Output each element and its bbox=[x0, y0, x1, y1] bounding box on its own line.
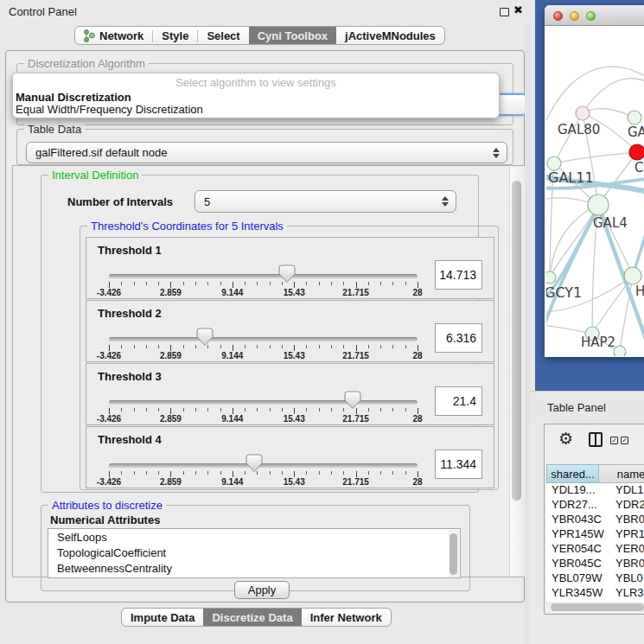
table-horizontal-scrollbar[interactable] bbox=[546, 602, 644, 613]
tab-style[interactable]: Style bbox=[153, 27, 197, 44]
slider-tick-label: -3.426 bbox=[97, 414, 121, 424]
float-window-icon[interactable] bbox=[500, 8, 509, 16]
tab-infer-network[interactable]: Infer Network bbox=[302, 609, 391, 626]
attribute-list-item[interactable]: TopologicalCoefficient bbox=[48, 545, 460, 560]
checkbox-icon[interactable]: ✓ bbox=[621, 437, 628, 444]
attribute-list-item[interactable]: BetweennessCentrality bbox=[48, 560, 460, 576]
network-window-titlebar[interactable] bbox=[545, 5, 644, 26]
network-canvas[interactable]: GAL80GACGAL11GAL4GCY1HHAP2 bbox=[546, 27, 644, 356]
scrollbar-thumb[interactable] bbox=[512, 181, 521, 501]
gear-icon[interactable]: ⚙ bbox=[558, 429, 573, 449]
tab-discretize-data[interactable]: Discretize Data bbox=[203, 609, 301, 626]
table-cell[interactable]: YBL0 bbox=[609, 571, 644, 586]
network-node[interactable] bbox=[547, 156, 561, 170]
table-cell[interactable]: YBR045C bbox=[546, 557, 609, 571]
tab-network[interactable]: Network bbox=[75, 27, 152, 44]
tab-impute-data[interactable]: Impute Data bbox=[122, 609, 203, 626]
slider-major-tick bbox=[356, 282, 357, 288]
scrollbar-thumb[interactable] bbox=[450, 533, 457, 575]
apply-button[interactable]: Apply bbox=[234, 581, 290, 599]
table-cell[interactable]: YDL1 bbox=[609, 483, 644, 498]
network-node[interactable] bbox=[629, 144, 644, 160]
numerical-attributes-list[interactable]: SelfLoopsTopologicalCoefficientBetweenne… bbox=[48, 528, 461, 578]
table-cell[interactable]: YBR043C bbox=[546, 513, 609, 527]
table-column-header[interactable]: name bbox=[599, 464, 644, 483]
settings-vertical-scrollbar[interactable] bbox=[509, 167, 523, 576]
tab-label: Infer Network bbox=[310, 611, 382, 624]
zoom-traffic-light-icon[interactable] bbox=[586, 11, 596, 21]
slider-major-tick bbox=[294, 471, 295, 477]
slider-track[interactable] bbox=[109, 337, 418, 341]
table-toolbar: ⚙ ✓ ✓ bbox=[545, 424, 644, 463]
threshold-value-field[interactable]: 21.4 bbox=[435, 386, 482, 416]
attributes-list-scrollbar[interactable] bbox=[449, 530, 459, 578]
slider-track[interactable] bbox=[109, 400, 418, 405]
slider-tick-label: 21.715 bbox=[342, 288, 369, 297]
interval-definition-group: Interval Definition Number of Intervals … bbox=[41, 175, 479, 493]
network-node[interactable] bbox=[546, 271, 556, 284]
number-of-intervals-combobox[interactable]: 5 bbox=[194, 190, 456, 213]
slider-track[interactable] bbox=[109, 463, 418, 468]
slider-tick-label: 15.43 bbox=[284, 351, 305, 360]
thresholds-group: Threshold's Coordinates for 5 Intervals … bbox=[80, 226, 499, 490]
slider-track[interactable] bbox=[109, 274, 418, 278]
tab-jactivemnodules[interactable]: jActiveMNodules bbox=[336, 27, 444, 44]
table-row[interactable]: YDR27...YDR2 bbox=[546, 498, 644, 513]
table-cell[interactable]: YDL19... bbox=[546, 483, 609, 498]
slider-thumb[interactable] bbox=[344, 391, 361, 410]
tab-select[interactable]: Select bbox=[198, 27, 248, 44]
table-data-combobox[interactable]: galFiltered.sif default node bbox=[26, 142, 507, 163]
network-node[interactable] bbox=[614, 346, 626, 356]
network-node[interactable] bbox=[624, 267, 641, 284]
network-node[interactable] bbox=[576, 106, 590, 120]
table-cell[interactable]: YBR0 bbox=[609, 513, 644, 527]
table-cell[interactable]: YPR1 bbox=[609, 527, 644, 542]
table-cell[interactable]: YBR0 bbox=[609, 557, 644, 571]
minimize-traffic-light-icon[interactable] bbox=[570, 11, 579, 21]
network-node[interactable] bbox=[628, 111, 641, 124]
table-row[interactable]: YDL19...YDL1 bbox=[546, 483, 644, 498]
table-cell[interactable]: YLR345W bbox=[546, 586, 609, 601]
tab-cyni-toolbox[interactable]: Cyni Toolbox bbox=[249, 27, 336, 44]
table-cell[interactable]: YDR2 bbox=[609, 498, 644, 513]
threshold-value-field[interactable]: 11.344 bbox=[435, 450, 482, 479]
table-cell[interactable]: YER0 bbox=[609, 542, 644, 557]
tab-label: jActiveMNodules bbox=[345, 29, 436, 42]
table-row[interactable]: YBR043CYBR0 bbox=[546, 513, 644, 527]
slider-tick-label: 21.715 bbox=[342, 477, 369, 487]
table-row[interactable]: YBL079WYBL0 bbox=[546, 571, 644, 586]
table-row[interactable]: YER054CYER0 bbox=[546, 542, 644, 557]
threshold-value-field[interactable]: 14.713 bbox=[435, 260, 482, 290]
table-body: YDL19...YDL1YDR27...YDR2YBR043CYBR0YPR14… bbox=[546, 483, 644, 604]
slider-thumb[interactable] bbox=[278, 265, 296, 284]
threshold-value-field[interactable]: 6.316 bbox=[435, 323, 482, 353]
number-of-intervals-value: 5 bbox=[204, 195, 210, 208]
numerical-attributes-label: Numerical Attributes bbox=[50, 513, 160, 526]
columns-icon[interactable] bbox=[589, 432, 603, 447]
table-cell[interactable]: YLR3 bbox=[609, 586, 644, 601]
tab-label: Cyni Toolbox bbox=[258, 29, 328, 42]
table-cell[interactable]: YPR145W bbox=[546, 527, 609, 542]
network-node-label: C bbox=[634, 160, 643, 175]
table-cell[interactable]: YDR27... bbox=[546, 498, 609, 513]
slider-tick-label: 9.144 bbox=[221, 351, 243, 360]
scrollbar-thumb[interactable] bbox=[551, 603, 644, 611]
algorithm-popup-item[interactable]: Manual Discretization bbox=[16, 91, 131, 104]
network-node[interactable] bbox=[588, 194, 609, 215]
close-icon[interactable]: ✖ bbox=[513, 3, 523, 16]
slider-tick-label: 2.859 bbox=[160, 414, 182, 424]
table-column-header[interactable]: shared... bbox=[546, 464, 599, 483]
table-panel-titlebar: Table Panel bbox=[530, 391, 644, 422]
close-traffic-light-icon[interactable] bbox=[553, 11, 563, 21]
table-row[interactable]: YPR145WYPR1 bbox=[546, 527, 644, 542]
algorithm-popup-item[interactable]: Equal Width/Frequency Discretization bbox=[16, 103, 203, 116]
attribute-list-item[interactable]: SelfLoops bbox=[48, 529, 460, 545]
table-row[interactable]: YLR345WYLR3 bbox=[546, 586, 644, 601]
slider-thumb[interactable] bbox=[196, 328, 214, 347]
table-cell[interactable]: YER054C bbox=[546, 542, 609, 557]
slider-thumb[interactable] bbox=[245, 454, 263, 473]
slider-tick-label: 9.144 bbox=[221, 288, 243, 297]
table-row[interactable]: YBR045CYBR0 bbox=[546, 557, 644, 571]
table-cell[interactable]: YBL079W bbox=[546, 571, 609, 586]
checkbox-icon[interactable]: ✓ bbox=[610, 437, 618, 444]
